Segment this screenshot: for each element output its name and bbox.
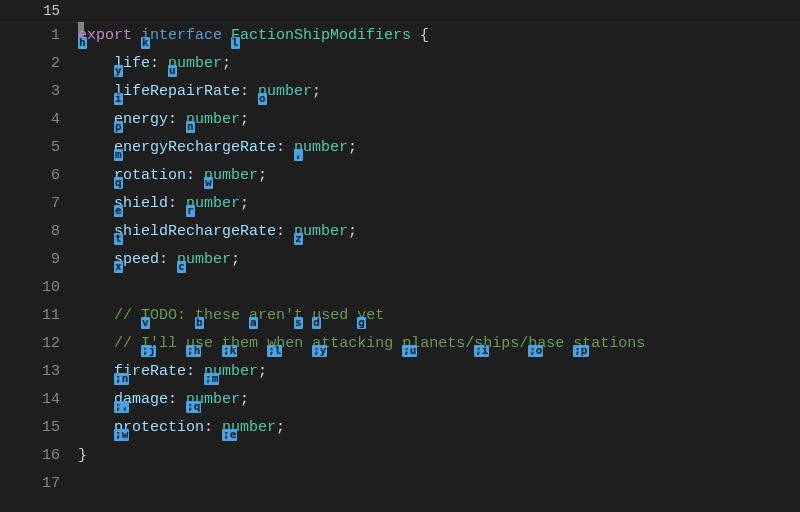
line-number: 8 [0, 218, 60, 246]
jump-hint[interactable]: number [222, 414, 276, 442]
code-token: ; [240, 111, 249, 128]
line-number: 17 [0, 470, 60, 498]
jump-hint[interactable]: number [177, 246, 231, 274]
jump-hint[interactable]: number [186, 190, 240, 218]
code-token: // [114, 307, 141, 324]
code-line[interactable]: life: number; [78, 50, 800, 78]
code-line[interactable]: shieldRechargeRate: number; [78, 218, 800, 246]
code-line[interactable]: } [78, 442, 800, 470]
jump-hint[interactable]: number [294, 134, 348, 162]
code-token: ; [231, 251, 240, 268]
code-token: ; [276, 419, 285, 436]
line-number-gutter: 1234567891011121314151617 [0, 22, 78, 498]
jump-hint[interactable]: planets/ [402, 330, 474, 358]
jump-hint[interactable]: protection [114, 414, 204, 442]
code-editor[interactable]: 15 1234567891011121314151617 export inte… [0, 0, 800, 512]
line-number: 15 [0, 414, 60, 442]
line-number: 1 [0, 22, 60, 50]
jump-hint[interactable]: lifeRepairRate [114, 78, 240, 106]
code-token: : [159, 251, 177, 268]
code-token: : [276, 223, 294, 240]
code-token: } [78, 447, 87, 464]
jump-hint[interactable]: number [168, 50, 222, 78]
breadcrumb-bar: 15 [0, 0, 800, 23]
code-token [303, 335, 312, 352]
code-line[interactable]: // I'll use them when attacking planets/… [78, 330, 800, 358]
jump-hint[interactable]: yet [357, 302, 384, 330]
code-token [393, 335, 402, 352]
code-token: : [168, 111, 186, 128]
jump-hint[interactable]: energyRechargeRate [114, 134, 276, 162]
code-line[interactable]: energyRechargeRate: number; [78, 134, 800, 162]
code-area[interactable]: export interface FactionShipModifiers { … [78, 22, 800, 498]
jump-hint[interactable]: use [186, 330, 213, 358]
line-number: 5 [0, 134, 60, 162]
jump-hint[interactable]: shield [114, 190, 168, 218]
jump-hint[interactable]: damage [114, 386, 168, 414]
code-token: ; [240, 391, 249, 408]
code-line[interactable]: damage: number; [78, 386, 800, 414]
code-line[interactable]: energy: number; [78, 106, 800, 134]
code-line[interactable]: lifeRepairRate: number; [78, 78, 800, 106]
code-token: : [240, 83, 258, 100]
code-line[interactable]: speed: number; [78, 246, 800, 274]
jump-hint[interactable]: t [294, 302, 303, 330]
jump-hint[interactable]: stations [573, 330, 645, 358]
code-line[interactable]: protection: number; [78, 414, 800, 442]
jump-hint[interactable]: I'll [141, 330, 177, 358]
code-token: ; [240, 195, 249, 212]
code-token [177, 335, 186, 352]
code-token [411, 27, 420, 44]
code-token: ; [222, 55, 231, 72]
code-token: : [150, 55, 168, 72]
line-number: 11 [0, 302, 60, 330]
jump-hint[interactable]: number [204, 358, 258, 386]
jump-hint[interactable]: interface [141, 22, 222, 50]
jump-hint[interactable]: rotation [114, 162, 186, 190]
code-line[interactable]: rotation: number; [78, 162, 800, 190]
code-token: // [114, 335, 141, 352]
line-number: 2 [0, 50, 60, 78]
jump-hint[interactable]: fireRate [114, 358, 186, 386]
jump-hint[interactable]: life [114, 50, 150, 78]
jump-hint[interactable]: export [78, 22, 132, 50]
code-token: ; [312, 83, 321, 100]
code-line[interactable] [78, 470, 800, 498]
jump-hint[interactable]: them [222, 330, 258, 358]
jump-hint[interactable]: number [186, 106, 240, 134]
code-token: : [204, 419, 222, 436]
code-line[interactable]: fireRate: number; [78, 358, 800, 386]
code-token: : [276, 139, 294, 156]
code-line[interactable] [78, 274, 800, 302]
jump-hint[interactable]: FactionShipModifiers [231, 22, 411, 50]
jump-hint[interactable]: these [195, 302, 240, 330]
jump-hint[interactable]: speed [114, 246, 159, 274]
jump-hint[interactable]: attacking [312, 330, 393, 358]
code-line[interactable]: // TODO: these aren't used yet [78, 302, 800, 330]
jump-hint[interactable]: base [528, 330, 564, 358]
jump-hint[interactable]: aren' [249, 302, 294, 330]
jump-hint[interactable]: number [294, 218, 348, 246]
code-line[interactable]: shield: number; [78, 190, 800, 218]
code-token [348, 307, 357, 324]
code-token [213, 335, 222, 352]
jump-hint[interactable]: when [267, 330, 303, 358]
jump-hint[interactable]: used [312, 302, 348, 330]
line-number: 14 [0, 386, 60, 414]
jump-hint[interactable]: number [186, 386, 240, 414]
code-token [222, 27, 231, 44]
jump-hint[interactable]: number [204, 162, 258, 190]
jump-hint[interactable]: TODO: [141, 302, 186, 330]
jump-hint[interactable]: number [258, 78, 312, 106]
code-token [564, 335, 573, 352]
jump-hint[interactable]: energy [114, 106, 168, 134]
code-line[interactable]: export interface FactionShipModifiers { [78, 22, 800, 50]
code-token: ; [258, 363, 267, 380]
code-token: ; [348, 139, 357, 156]
jump-hint[interactable]: shieldRechargeRate [114, 218, 276, 246]
code-token [258, 335, 267, 352]
line-number: 4 [0, 106, 60, 134]
line-number: 13 [0, 358, 60, 386]
line-number: 12 [0, 330, 60, 358]
jump-hint[interactable]: ships/ [474, 330, 528, 358]
